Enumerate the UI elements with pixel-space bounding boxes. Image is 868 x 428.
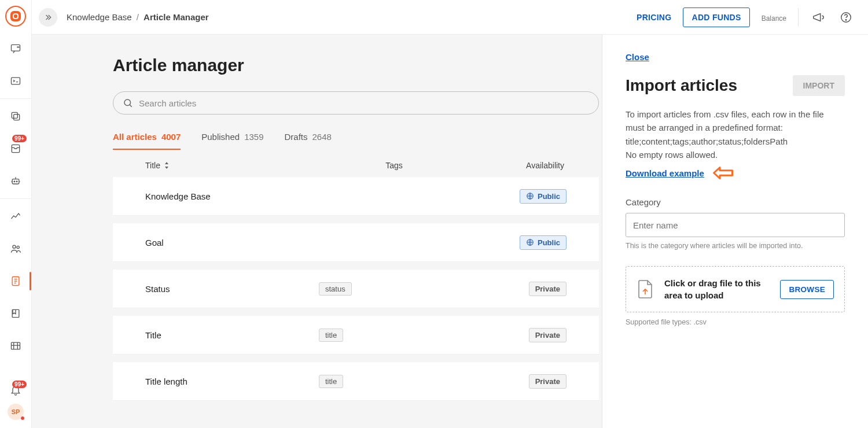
supported-types: Supported file types: .csv bbox=[626, 318, 845, 326]
analytics-icon bbox=[10, 211, 21, 222]
bot-icon bbox=[10, 175, 21, 187]
upload-dropzone[interactable]: Click or drag file to this area to uploa… bbox=[626, 266, 845, 312]
availability-badge: Public bbox=[520, 189, 567, 204]
globe-icon bbox=[526, 238, 534, 246]
grid-icon bbox=[10, 340, 21, 352]
copy-icon bbox=[10, 110, 21, 122]
add-funds-button[interactable]: ADD FUNDS bbox=[683, 8, 749, 27]
team-icon bbox=[10, 243, 21, 254]
nav-grid[interactable] bbox=[0, 335, 31, 356]
close-link[interactable]: Close bbox=[626, 52, 649, 62]
bookmark-icon bbox=[10, 308, 21, 319]
svg-rect-4 bbox=[14, 115, 20, 120]
table-row[interactable]: Status status Private bbox=[113, 270, 599, 308]
import-button: IMPORT bbox=[793, 75, 845, 96]
availability-badge: Private bbox=[529, 282, 567, 296]
row-title: Status bbox=[145, 284, 319, 294]
toggle-sidebar-button[interactable] bbox=[39, 8, 57, 27]
row-title: Title length bbox=[145, 377, 319, 386]
nav-chat[interactable] bbox=[0, 38, 31, 59]
chevrons-right-icon bbox=[43, 13, 53, 22]
row-title: Title bbox=[145, 330, 319, 340]
nav-copy[interactable] bbox=[0, 106, 31, 127]
import-panel: Close Import articles IMPORT To import a… bbox=[602, 35, 868, 428]
table-header: Title Tags Availability bbox=[113, 150, 599, 177]
nav-group-1 bbox=[0, 38, 31, 91]
nav-analytics[interactable] bbox=[0, 206, 31, 227]
balance-label: Balance bbox=[762, 14, 786, 23]
svg-point-15 bbox=[845, 19, 846, 20]
megaphone-icon bbox=[812, 11, 825, 24]
pricing-link[interactable]: PRICING bbox=[637, 13, 671, 22]
th-tags: Tags bbox=[319, 161, 469, 170]
svg-rect-13 bbox=[12, 342, 20, 349]
svg-point-8 bbox=[16, 181, 17, 182]
table-row[interactable]: Knowledge Base Public bbox=[113, 177, 599, 215]
tag-chip: title bbox=[319, 329, 343, 342]
svg-point-16 bbox=[124, 99, 131, 106]
arrow-left-callout-icon bbox=[712, 165, 734, 181]
search-input[interactable] bbox=[139, 98, 589, 108]
breadcrumb: Knowledge Base / Article Manager bbox=[67, 12, 209, 22]
announce-button[interactable] bbox=[810, 9, 826, 25]
svg-rect-3 bbox=[12, 78, 20, 84]
tab-drafts[interactable]: Drafts2648 bbox=[285, 132, 332, 150]
nav-group-2: 99+ bbox=[0, 106, 31, 191]
breadcrumb-leaf: Article Manager bbox=[144, 12, 209, 22]
avatar-initials: SP bbox=[12, 408, 20, 415]
table-row[interactable]: Title length title Private bbox=[113, 362, 599, 400]
svg-point-10 bbox=[17, 246, 19, 248]
th-title[interactable]: Title bbox=[145, 161, 319, 170]
chat-icon bbox=[10, 43, 21, 54]
svg-point-2 bbox=[19, 47, 19, 47]
nav-knowledge-base[interactable] bbox=[0, 271, 31, 292]
left-nav: 99+ 99+ SP bbox=[0, 0, 32, 428]
table-row[interactable]: Title title Private bbox=[113, 316, 599, 354]
svg-rect-6 bbox=[12, 179, 19, 184]
avatar[interactable]: SP bbox=[8, 404, 24, 420]
svg-point-7 bbox=[14, 181, 15, 182]
download-example-link[interactable]: Download example bbox=[626, 168, 704, 178]
svg-point-1 bbox=[17, 47, 18, 47]
category-input[interactable] bbox=[626, 213, 845, 237]
availability-badge: Private bbox=[529, 374, 567, 389]
table-rows: Knowledge Base Public Goal Public Status… bbox=[113, 177, 599, 400]
help-icon bbox=[840, 11, 852, 24]
nav-bottom: 99+ SP bbox=[0, 384, 31, 428]
search-bar[interactable] bbox=[113, 91, 599, 115]
breadcrumb-root[interactable]: Knowledge Base bbox=[67, 12, 132, 22]
availability-badge: Private bbox=[529, 328, 567, 342]
th-availability: Availability bbox=[469, 161, 567, 170]
nav-inbox-badge: 99+ bbox=[12, 135, 27, 142]
tag-chip: title bbox=[319, 375, 343, 388]
nav-notifications[interactable]: 99+ bbox=[0, 384, 31, 396]
category-label: Category bbox=[626, 197, 845, 207]
availability-badge: Public bbox=[520, 235, 567, 250]
svg-rect-0 bbox=[12, 45, 20, 51]
browse-button[interactable]: BROWSE bbox=[780, 280, 834, 299]
help-button[interactable] bbox=[838, 9, 854, 25]
nav-bookmark[interactable] bbox=[0, 303, 31, 324]
nav-console[interactable] bbox=[0, 71, 31, 91]
nav-inbox[interactable]: 99+ bbox=[0, 138, 31, 159]
top-bar: Knowledge Base / Article Manager PRICING… bbox=[32, 0, 868, 35]
nav-group-3 bbox=[0, 206, 31, 356]
nav-notifications-badge: 99+ bbox=[12, 381, 27, 388]
table-row[interactable]: Goal Public bbox=[113, 223, 599, 261]
inbox-icon bbox=[10, 143, 21, 154]
tag-chip: status bbox=[319, 282, 352, 296]
sort-icon bbox=[164, 162, 170, 169]
panel-description: To import articles from .csv files, each… bbox=[626, 108, 845, 161]
nav-bot[interactable] bbox=[0, 171, 31, 191]
category-hint: This is the category where articles will… bbox=[626, 242, 845, 250]
tab-published[interactable]: Published1359 bbox=[201, 132, 263, 150]
tab-all-articles[interactable]: All articles4007 bbox=[113, 132, 181, 150]
globe-icon bbox=[526, 192, 534, 200]
file-upload-icon bbox=[637, 279, 654, 299]
row-title: Goal bbox=[145, 238, 319, 248]
panel-title: Import articles bbox=[626, 76, 737, 95]
row-title: Knowledge Base bbox=[145, 191, 319, 201]
article-icon bbox=[10, 275, 21, 287]
app-logo[interactable] bbox=[5, 6, 26, 27]
nav-team[interactable] bbox=[0, 238, 31, 259]
